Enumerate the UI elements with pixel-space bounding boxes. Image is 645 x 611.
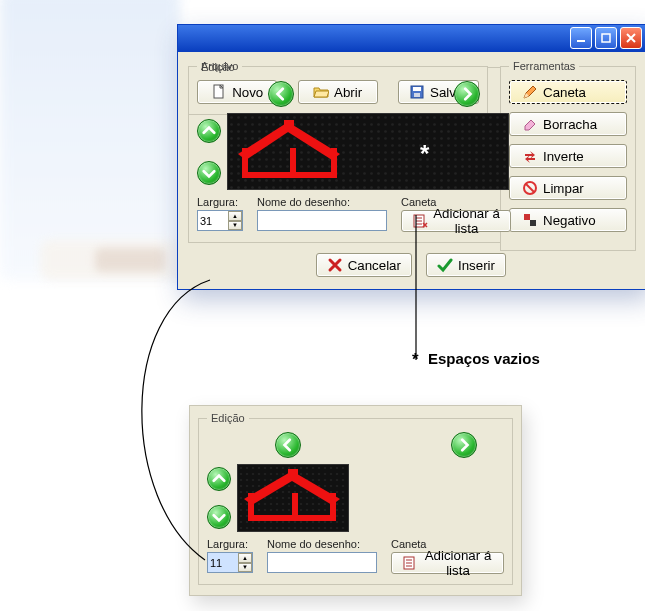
svg-rect-17 bbox=[284, 120, 294, 130]
arrow-down-button[interactable] bbox=[197, 161, 221, 185]
limpar-button[interactable]: Limpar bbox=[509, 176, 627, 200]
addlist-icon bbox=[412, 213, 428, 229]
invert-icon bbox=[522, 148, 538, 164]
minimize-button[interactable] bbox=[570, 27, 592, 49]
arrow-down-button-2[interactable] bbox=[207, 505, 231, 529]
cancel-icon bbox=[327, 257, 343, 273]
svg-rect-14 bbox=[290, 148, 296, 178]
svg-rect-24 bbox=[292, 493, 298, 521]
inverte-button[interactable]: Inverte bbox=[509, 144, 627, 168]
svg-rect-8 bbox=[530, 220, 536, 226]
adicionar-button-2[interactable]: Adicionar á lista bbox=[391, 552, 504, 574]
largura-up-2[interactable]: ▲ bbox=[238, 553, 252, 563]
inserir-label: Inserir bbox=[458, 258, 495, 273]
caneta-label: Caneta bbox=[543, 85, 586, 100]
addlist-icon-2 bbox=[402, 555, 418, 571]
largura-label-2: Largura: bbox=[207, 538, 253, 550]
clear-icon bbox=[522, 180, 538, 196]
caneta-button[interactable]: Caneta bbox=[509, 80, 627, 104]
nome-label-2: Nome do desenho: bbox=[267, 538, 377, 550]
largura-spinner-2[interactable]: ▲ ▼ bbox=[207, 552, 253, 573]
adicionar-label-2: Adicionar á lista bbox=[423, 548, 493, 578]
arrow-up-button[interactable] bbox=[197, 119, 221, 143]
adicionar-button[interactable]: Adicionar á lista bbox=[401, 210, 511, 232]
borracha-button[interactable]: Borracha bbox=[509, 112, 627, 136]
pen-icon bbox=[522, 84, 538, 100]
edicao-label-2: Edição bbox=[207, 412, 249, 424]
edicao-label: Edição bbox=[197, 61, 239, 73]
titlebar bbox=[178, 25, 645, 52]
svg-rect-11 bbox=[242, 172, 337, 178]
largura-down-2[interactable]: ▼ bbox=[238, 563, 252, 573]
borracha-label: Borracha bbox=[543, 117, 597, 132]
editor-window: Arquivo Novo Abrir bbox=[177, 24, 645, 290]
cancelar-label: Cancelar bbox=[348, 258, 401, 273]
adicionar-label: Adicionar á lista bbox=[433, 206, 500, 236]
drawing-canvas-2[interactable] bbox=[237, 464, 349, 532]
inverte-label: Inverte bbox=[543, 149, 584, 164]
arrow-left-button-2[interactable] bbox=[275, 432, 301, 458]
arrow-right-button[interactable] bbox=[454, 81, 480, 107]
largura-label: Largura: bbox=[197, 196, 243, 208]
svg-rect-27 bbox=[288, 469, 298, 479]
eraser-icon bbox=[522, 116, 538, 132]
inserir-button[interactable]: Inserir bbox=[426, 253, 506, 277]
ferramentas-group: Ferramentas Caneta Borracha bbox=[500, 60, 636, 251]
largura-spinner[interactable]: ▲ ▼ bbox=[197, 210, 243, 231]
close-button[interactable] bbox=[620, 27, 642, 49]
arrow-up-button-2[interactable] bbox=[207, 467, 231, 491]
novo-label: Novo bbox=[232, 85, 263, 100]
svg-rect-7 bbox=[524, 214, 530, 220]
edicao-panel-small: Edição bbox=[189, 405, 522, 596]
largura-up[interactable]: ▲ bbox=[228, 211, 242, 221]
arrow-right-button-2[interactable] bbox=[451, 432, 477, 458]
nome-input[interactable] bbox=[257, 210, 387, 231]
new-icon bbox=[211, 84, 227, 100]
annotation-text: Espaços vazios bbox=[428, 350, 540, 367]
negativo-button[interactable]: Negativo bbox=[509, 208, 627, 232]
edicao-group-2: Edição bbox=[198, 412, 513, 585]
largura-input[interactable] bbox=[198, 211, 228, 230]
nome-label: Nome do desenho: bbox=[257, 196, 387, 208]
ferramentas-label: Ferramentas bbox=[509, 60, 579, 72]
annotation-star: * bbox=[412, 350, 419, 370]
drawing-canvas[interactable]: * bbox=[227, 113, 509, 190]
cancelar-button[interactable]: Cancelar bbox=[316, 253, 412, 277]
largura-input-2[interactable] bbox=[208, 553, 238, 572]
svg-rect-1 bbox=[602, 34, 610, 42]
nome-input-2[interactable] bbox=[267, 552, 377, 573]
arrow-left-button[interactable] bbox=[268, 81, 294, 107]
maximize-button[interactable] bbox=[595, 27, 617, 49]
limpar-label: Limpar bbox=[543, 181, 584, 196]
novo-button[interactable]: Novo bbox=[197, 80, 277, 104]
negative-icon bbox=[522, 212, 538, 228]
largura-down[interactable]: ▼ bbox=[228, 221, 242, 231]
check-icon bbox=[437, 257, 453, 273]
svg-rect-0 bbox=[577, 40, 585, 42]
negativo-label: Negativo bbox=[543, 213, 596, 228]
